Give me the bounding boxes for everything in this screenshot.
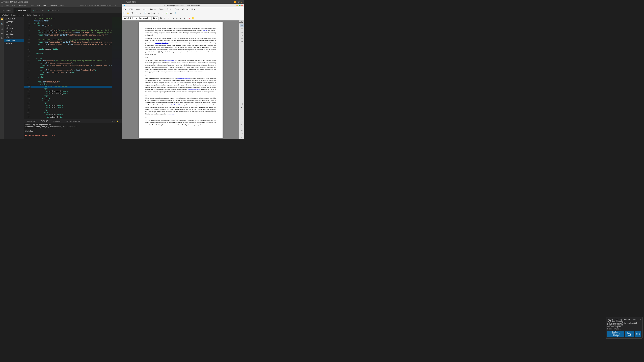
arrow-tl-icon[interactable]: ↖: [240, 116, 243, 119]
tab-terminal[interactable]: TERMINAL: [51, 119, 63, 123]
close-btn[interactable]: ✕: [119, 4, 121, 7]
tab-index-html[interactable]: ◈ index.html ✕: [14, 8, 31, 13]
tb-undo[interactable]: ↩: [157, 11, 160, 15]
lo-menu-help[interactable]: Help: [191, 8, 196, 10]
arrow-right-icon[interactable]: ▶: [240, 106, 243, 109]
gallery-arrows[interactable]: Arr: [240, 24, 244, 27]
tb-bold[interactable]: B: [159, 16, 163, 20]
extensions-icon[interactable]: ⧉: [0, 36, 4, 40]
menu-terminal[interactable]: Terminal: [49, 4, 58, 7]
search-icon[interactable]: 🔍: [0, 22, 4, 26]
tab-debug-console[interactable]: DEBUG CONSOLE: [64, 119, 82, 123]
panel-lock-icon[interactable]: 🔒: [116, 120, 118, 122]
lo-menu-window[interactable]: Window: [181, 8, 189, 10]
tab-get-started[interactable]: Get Started: [0, 8, 14, 13]
code-area[interactable]: <!-- site homepage --> <!DOCTYPE html> <…: [30, 17, 112, 119]
debug-icon[interactable]: ▶: [0, 32, 4, 35]
panel-close-icon[interactable]: ✕: [120, 120, 121, 122]
menu-run[interactable]: Run: [42, 4, 47, 7]
font-name-select[interactable]: Liberation Se: [138, 16, 152, 20]
tree-profile[interactable]: profile.html: [4, 42, 24, 45]
tab-close-icon[interactable]: ✕: [27, 10, 28, 11]
gallery-diagrams[interactable]: Dia: [240, 30, 244, 33]
menu-selection[interactable]: Selection: [18, 4, 27, 7]
link-mechano-resp-2[interactable]: mechano-respiratory: [188, 89, 200, 90]
tb-redo[interactable]: ↪: [161, 11, 164, 15]
link-pre-existing[interactable]: pre-existing health conditions: [164, 104, 182, 106]
tree-about[interactable]: about.html: [4, 33, 24, 36]
minimize-btn[interactable]: ─: [115, 4, 116, 7]
lo-minimize-btn[interactable]: [236, 5, 238, 6]
tb-save[interactable]: 💾: [130, 11, 134, 15]
font-style-select[interactable]: Default Style: [123, 16, 138, 20]
tb-align-center[interactable]: ≡: [175, 16, 178, 20]
gallery-bullets[interactable]: Bul: [240, 27, 244, 30]
tree-images[interactable]: ▶ images: [4, 27, 24, 30]
tb-chart[interactable]: 📊: [166, 11, 169, 15]
tree-webdev[interactable]: ▼ WEBDEV: [4, 21, 24, 24]
tb-spell[interactable]: ABC: [152, 11, 156, 15]
tb-align-justify[interactable]: ≡: [183, 16, 186, 20]
link-jogging[interactable]: jogging: [203, 30, 208, 31]
tb-font-color[interactable]: A: [188, 16, 191, 20]
lo-maximize-btn[interactable]: [239, 5, 240, 6]
lo-menu-format[interactable]: Format: [150, 8, 157, 10]
tree-html[interactable]: ▶ .html: [4, 24, 24, 27]
lo-menu-table[interactable]: Table: [166, 8, 172, 10]
tb-align-right[interactable]: ≡: [179, 16, 182, 20]
rotate-cw-icon[interactable]: ↻: [240, 129, 243, 132]
link-mechano-cardiac[interactable]: mechano-cardiac: [164, 60, 174, 61]
tb-table[interactable]: ⊞: [169, 11, 172, 15]
tb-email[interactable]: ✉: [134, 11, 137, 15]
menu-view[interactable]: View: [29, 4, 34, 7]
activities-label[interactable]: Activities: [1, 1, 8, 3]
tab-about-html[interactable]: ◈ about.html: [31, 8, 46, 13]
lo-menu-insert[interactable]: Insert: [142, 8, 148, 10]
explorer-icon[interactable]: 📁: [0, 17, 4, 21]
panel-filter-icon[interactable]: C#: [111, 120, 113, 122]
tab-profile-html[interactable]: ◈ profile.html: [46, 8, 61, 13]
arrow-down-icon[interactable]: ↓: [240, 112, 243, 115]
link-pre-training[interactable]: pre-training: [167, 113, 174, 115]
arrow-bl-icon[interactable]: ↙: [240, 122, 243, 125]
lo-menu-view[interactable]: View: [135, 8, 140, 10]
tb-underline[interactable]: U: [167, 16, 170, 20]
menu-help[interactable]: Help: [59, 4, 64, 7]
gallery-sound[interactable]: Snd: [240, 43, 244, 46]
arrow-tr-icon[interactable]: ↗: [240, 119, 243, 122]
lo-menu-edit[interactable]: Edit: [129, 8, 133, 10]
tree-themes[interactable]: ▶ Themes: [4, 36, 24, 39]
arrow-up-icon[interactable]: ↑: [240, 109, 243, 112]
tb-print[interactable]: 🖨: [147, 11, 150, 15]
tb-find[interactable]: 🔍: [174, 11, 178, 15]
gallery-shapes[interactable]: Sha: [240, 40, 244, 43]
arrow-br-icon[interactable]: ↘: [240, 126, 243, 129]
link-mechano-resp[interactable]: mechano-respiratory: [178, 77, 190, 79]
gallery-network[interactable]: Net: [240, 37, 244, 40]
lo-menu-styles[interactable]: Styles: [158, 8, 165, 10]
tab-problems[interactable]: PROBLEMS: [25, 119, 38, 123]
lo-menu-file[interactable]: File: [123, 8, 127, 10]
vscode-label[interactable]: 🖥 Visual Studio Code: [10, 1, 28, 3]
rotate-icon[interactable]: ⟳: [240, 136, 243, 139]
menu-edit[interactable]: Edit: [12, 4, 16, 7]
menu-go[interactable]: Go: [36, 4, 40, 7]
gallery-flowchart[interactable]: Flo: [240, 34, 244, 37]
tab-output[interactable]: OUTPUT: [39, 119, 50, 123]
tb-align-left[interactable]: ≡: [172, 16, 175, 20]
arrow-left-icon[interactable]: ◀: [240, 102, 243, 105]
link-mechano[interactable]: mechano-physiologic: [156, 42, 168, 43]
panel-clear-icon[interactable]: ⊘: [114, 120, 116, 122]
tb-italic[interactable]: I: [163, 16, 166, 20]
lo-close-btn[interactable]: [241, 5, 243, 6]
git-icon[interactable]: ⎇: [0, 27, 4, 30]
tb-pdf[interactable]: 📑: [144, 11, 147, 15]
menu-file[interactable]: File: [5, 4, 10, 7]
lo-menu-tools[interactable]: Tools: [174, 8, 180, 10]
tb-new[interactable]: 📄: [123, 11, 126, 15]
font-size-select[interactable]: 10: [152, 16, 158, 20]
tree-index[interactable]: ◈ index.html: [4, 39, 24, 42]
maximize-btn[interactable]: □: [117, 4, 118, 7]
tree-pages[interactable]: ▶ pages: [4, 30, 24, 33]
tb-highlight-color[interactable]: ▓: [191, 16, 194, 20]
